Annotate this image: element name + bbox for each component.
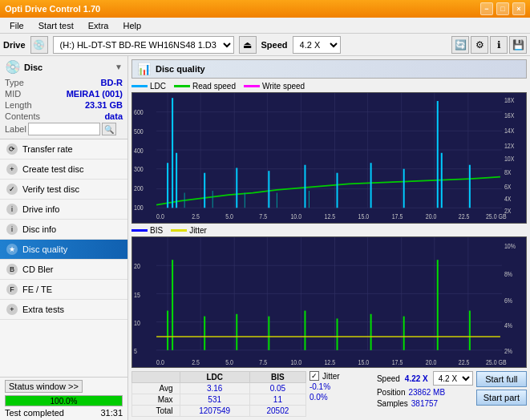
menu-extra[interactable]: Extra	[82, 19, 115, 32]
col-ldc: LDC	[180, 372, 249, 383]
disc-panel-header: 💿 Disc ▼	[5, 59, 123, 75]
speed-stat-select[interactable]: 4.2 X	[433, 371, 473, 386]
samples-row: Samples 381757	[377, 399, 473, 408]
sidebar-item-cd-bler[interactable]: B CD Bler	[0, 260, 127, 280]
menu-start-test[interactable]: Start test	[32, 19, 80, 32]
disc-mid-val: MEIRA1 (001)	[67, 89, 123, 99]
col-bis: BIS	[249, 372, 305, 383]
status-window-button[interactable]: Status window >>	[5, 380, 83, 393]
disc-length-row: Length 23.31 GB	[5, 100, 123, 110]
avg-bis: 0.05	[249, 383, 305, 394]
speed-select[interactable]: 4.2 X	[293, 36, 341, 54]
disc-panel-title: Disc	[24, 63, 42, 72]
maximize-button[interactable]: □	[496, 2, 509, 15]
write-legend: Write speed	[244, 82, 305, 91]
total-label: Total	[132, 406, 180, 417]
data-section: LDC BIS Avg 3.16 0.05 Max 531	[131, 371, 527, 417]
transfer-rate-label: Transfer rate	[22, 144, 73, 154]
disc-quality-icon: ★	[6, 244, 18, 255]
top-chart-legend: LDC Read speed Write speed	[131, 82, 527, 91]
svg-text:2.5: 2.5	[192, 357, 200, 367]
settings-button[interactable]: ⚙	[471, 36, 488, 54]
disc-info-label: Disc info	[22, 224, 56, 234]
read-legend-label: Read speed	[192, 82, 236, 91]
disc-label-input[interactable]	[28, 123, 100, 135]
jitter-header-row: Jitter	[310, 371, 374, 381]
menu-help[interactable]: Help	[116, 19, 148, 32]
sidebar-item-create-test-disc[interactable]: + Create test disc	[0, 160, 127, 180]
sidebar: 💿 Disc ▼ Type BD-R MID MEIRA1 (001) Leng…	[0, 56, 128, 420]
sidebar-nav: ⟳ Transfer rate + Create test disc ✓ Ver…	[0, 139, 127, 377]
charts-container: LDC Read speed Write speed	[131, 82, 527, 368]
disc-label-row: Label 🔍	[5, 123, 123, 135]
save-button[interactable]: 💾	[509, 36, 527, 54]
svg-text:100: 100	[134, 204, 144, 212]
read-legend-dot	[174, 85, 190, 87]
chart-header-icon: 📊	[137, 63, 151, 75]
max-ldc: 531	[180, 394, 249, 406]
toolbar-icons: 🔄 ⚙ ℹ 💾	[451, 36, 527, 54]
minimize-button[interactable]: −	[480, 2, 493, 15]
fe-te-icon: F	[6, 284, 18, 295]
disc-panel-expand[interactable]: ▼	[115, 63, 123, 71]
svg-text:14X: 14X	[504, 127, 515, 135]
chart-area: 📊 Disc quality LDC Read speed	[128, 56, 530, 420]
sidebar-item-extra-tests[interactable]: + Extra tests	[0, 300, 127, 320]
cd-bler-icon: B	[6, 264, 18, 275]
svg-text:5.0: 5.0	[225, 212, 233, 220]
sidebar-item-verify-test-disc[interactable]: ✓ Verify test disc	[0, 180, 127, 200]
disc-panel: 💿 Disc ▼ Type BD-R MID MEIRA1 (001) Leng…	[0, 56, 127, 139]
sidebar-item-disc-info[interactable]: i Disc info	[0, 220, 127, 240]
close-button[interactable]: ×	[512, 2, 525, 15]
bottom-chart-box: 20 15 10 5 10% 8% 6% 4% 2%	[131, 236, 527, 368]
start-full-button[interactable]: Start full	[476, 371, 527, 387]
chart-title: Disc quality	[156, 64, 205, 74]
bottom-chart-container: BIS Jitter	[131, 226, 527, 368]
bis-legend-label: BIS	[150, 226, 163, 235]
speed-stat-label: Speed	[377, 374, 400, 383]
drive-select[interactable]: (H:) HL-DT-ST BD-RE WH16NS48 1.D3	[53, 36, 234, 54]
samples-val: 381757	[411, 399, 438, 408]
max-jitter-row: 0.0%	[310, 393, 374, 402]
extra-tests-label: Extra tests	[22, 305, 64, 314]
disc-label-edit-button[interactable]: 🔍	[102, 123, 116, 135]
avg-jitter: -0.1%	[310, 382, 330, 391]
jitter-checkbox[interactable]	[310, 371, 319, 381]
eject-button[interactable]: ⏏	[239, 36, 257, 54]
disc-quality-label: Disc quality	[22, 244, 67, 254]
verify-test-disc-label: Verify test disc	[22, 184, 79, 194]
disc-mid-label: MID	[5, 89, 21, 99]
menubar: File Start test Extra Help	[0, 18, 530, 34]
info-button[interactable]: ℹ	[490, 36, 508, 54]
svg-text:0.0: 0.0	[156, 212, 164, 220]
svg-text:22.5: 22.5	[459, 357, 470, 367]
svg-text:20: 20	[134, 261, 140, 271]
svg-text:7.5: 7.5	[259, 357, 267, 367]
svg-text:12X: 12X	[504, 142, 515, 150]
sidebar-item-disc-quality[interactable]: ★ Disc quality	[0, 240, 127, 260]
refresh-button[interactable]: 🔄	[451, 36, 469, 54]
svg-text:15.0: 15.0	[358, 212, 370, 220]
svg-rect-0	[132, 93, 526, 223]
avg-row: Avg 3.16 0.05	[132, 383, 306, 394]
svg-text:20.0: 20.0	[426, 357, 437, 367]
cd-bler-label: CD Bler	[22, 265, 54, 274]
speed-stat-val: 4.22 X	[405, 374, 428, 383]
svg-rect-61	[132, 237, 526, 367]
svg-text:7.5: 7.5	[259, 212, 267, 220]
menu-file[interactable]: File	[3, 19, 30, 32]
create-test-disc-label: Create test disc	[22, 164, 83, 174]
sidebar-item-fe-te[interactable]: F FE / TE	[0, 280, 127, 300]
disc-info-icon: i	[6, 224, 18, 235]
write-legend-dot	[244, 85, 260, 87]
start-part-button[interactable]: Start part	[476, 390, 527, 406]
svg-text:6X: 6X	[504, 183, 512, 191]
svg-text:25.0 GB: 25.0 GB	[486, 212, 507, 220]
svg-text:2.5: 2.5	[192, 212, 200, 220]
svg-text:4%: 4%	[504, 320, 512, 329]
avg-label: Avg	[132, 383, 180, 394]
sidebar-item-transfer-rate[interactable]: ⟳ Transfer rate	[0, 139, 127, 160]
speed-position: Speed 4.22 X 4.2 X Position 23862 MB Sam…	[377, 371, 473, 417]
top-chart-svg: 600 500 400 300 200 100 18X 16X 14X 12X …	[132, 93, 526, 223]
sidebar-item-drive-info[interactable]: i Drive info	[0, 200, 127, 220]
